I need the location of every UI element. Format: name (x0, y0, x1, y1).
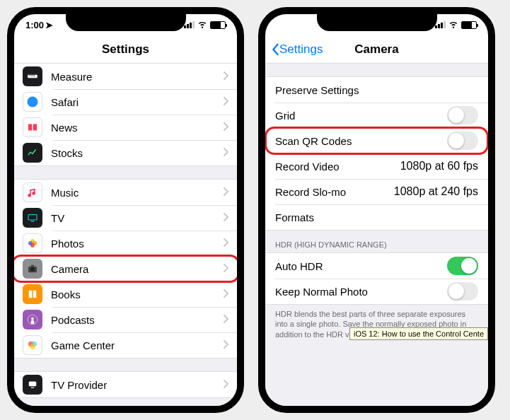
row-label: Scan QR Codes (275, 135, 447, 147)
settings-row-photos[interactable]: Photos (14, 231, 237, 256)
row-label: Camera (51, 263, 223, 275)
row-label: News (51, 122, 223, 134)
row-label: Measure (51, 71, 223, 83)
notch (66, 13, 186, 31)
settings-row-stocks[interactable]: Stocks (14, 140, 237, 165)
battery-icon (210, 21, 226, 29)
settings-row-tv[interactable]: TV (14, 205, 237, 231)
settings-group-1: MeasureSafariNewsStocks (14, 64, 237, 166)
settings-row-tvprovider[interactable]: TV Provider (14, 372, 237, 397)
svg-point-13 (30, 267, 35, 272)
row-label: Grid (275, 110, 447, 122)
camera-row-keep-normal-photo[interactable]: Keep Normal Photo (265, 279, 488, 304)
chevron-right-icon (223, 313, 228, 326)
svg-point-5 (28, 97, 38, 107)
phone-right: Settings Camera Preserve SettingsGridSca… (258, 7, 495, 413)
cellular-icon (435, 21, 446, 28)
settings-row-measure[interactable]: Measure (14, 64, 237, 89)
svg-point-11 (28, 241, 33, 245)
svg-rect-7 (31, 221, 35, 222)
camera-row-formats[interactable]: Formats (265, 204, 488, 230)
hdr-header: HDR (HIGH DYNAMIC RANGE) (265, 231, 488, 252)
chevron-right-icon (223, 339, 228, 351)
row-label: Auto HDR (275, 260, 447, 272)
tooltip: iOS 12: How to use the Control Cente (349, 327, 488, 340)
row-label: Music (51, 187, 223, 199)
notch (317, 13, 437, 31)
svg-rect-21 (31, 387, 35, 388)
toggle[interactable] (447, 132, 478, 150)
settings-row-music[interactable]: Music (14, 180, 237, 205)
status-time: 1:00 (25, 20, 44, 30)
books-icon (23, 284, 42, 304)
phone-left: 1:00➤ Settings MeasureSafariNewsStocks M… (7, 7, 244, 413)
camera-row-grid[interactable]: Grid (265, 103, 488, 128)
settings-list[interactable]: MeasureSafariNewsStocks MusicTVPhotosCam… (14, 64, 237, 406)
back-button[interactable]: Settings (271, 42, 323, 57)
camera-group-1: Preserve SettingsGridScan QR CodesRecord… (265, 76, 488, 231)
chevron-right-icon (223, 95, 228, 108)
row-label: Stocks (51, 147, 223, 159)
svg-rect-2 (31, 75, 32, 76)
chevron-right-icon (223, 146, 228, 159)
nav-bar: Settings (14, 35, 237, 64)
row-label: Podcasts (51, 314, 223, 326)
row-label: Record Video (275, 161, 400, 173)
settings-group-2: MusicTVPhotosCameraBooksPodcastsGame Cen… (14, 179, 237, 358)
wifi-icon (197, 19, 207, 31)
svg-point-19 (30, 344, 35, 350)
settings-row-safari[interactable]: Safari (14, 89, 237, 115)
nav-title: Camera (354, 42, 398, 57)
settings-row-podcasts[interactable]: Podcasts (14, 307, 237, 332)
chevron-right-icon (223, 186, 228, 199)
chevron-right-icon (223, 237, 228, 250)
chevron-right-icon (223, 211, 228, 224)
cellular-icon (184, 21, 195, 28)
camera-row-record-video[interactable]: Record Video1080p at 60 fps (265, 153, 488, 179)
svg-rect-3 (33, 75, 33, 76)
battery-icon (461, 21, 477, 29)
safari-icon (23, 92, 42, 112)
camera-settings[interactable]: Preserve SettingsGridScan QR CodesRecord… (265, 64, 488, 406)
toggle[interactable] (447, 106, 478, 124)
chevron-right-icon (223, 70, 228, 83)
row-label: Game Center (51, 339, 223, 351)
toggle[interactable] (447, 257, 478, 275)
news-icon (23, 117, 42, 137)
settings-row-books[interactable]: Books (14, 281, 237, 307)
camera-row-auto-hdr[interactable]: Auto HDR (265, 253, 488, 279)
wifi-icon (448, 19, 458, 31)
toggle[interactable] (447, 282, 478, 301)
gamecenter-icon (23, 335, 42, 355)
music-icon (23, 182, 42, 202)
podcasts-icon (23, 310, 42, 329)
photos-icon (23, 233, 42, 253)
camera-row-scan-qr-codes[interactable]: Scan QR Codes (265, 128, 488, 153)
svg-rect-4 (34, 75, 35, 76)
chevron-right-icon (223, 378, 228, 391)
svg-point-15 (31, 317, 34, 320)
location-icon: ➤ (45, 20, 53, 30)
camera-row-record-slo-mo[interactable]: Record Slo-mo1080p at 240 fps (265, 179, 488, 204)
svg-rect-1 (30, 75, 30, 76)
row-label: Record Slo-mo (275, 186, 394, 198)
settings-row-news[interactable]: News (14, 115, 237, 140)
chevron-right-icon (223, 288, 228, 301)
row-label: TV (51, 212, 223, 224)
tv-icon (23, 208, 42, 228)
nav-title: Settings (102, 42, 149, 57)
row-label: TV Provider (51, 379, 223, 391)
chevron-right-icon (223, 121, 228, 134)
row-label: Books (51, 288, 223, 301)
settings-row-camera[interactable]: Camera (14, 256, 237, 281)
settings-row-gamecenter[interactable]: Game Center (14, 332, 237, 358)
measure-icon (23, 66, 42, 86)
row-label: Preserve Settings (275, 84, 478, 96)
svg-rect-20 (29, 382, 37, 387)
camera-row-preserve-settings[interactable]: Preserve Settings (265, 77, 488, 103)
camera-icon (23, 259, 42, 279)
settings-group-3: TV Provider (14, 371, 237, 398)
svg-rect-14 (31, 265, 35, 267)
tvprovider-icon (23, 375, 42, 395)
nav-bar: Settings Camera (265, 35, 488, 64)
